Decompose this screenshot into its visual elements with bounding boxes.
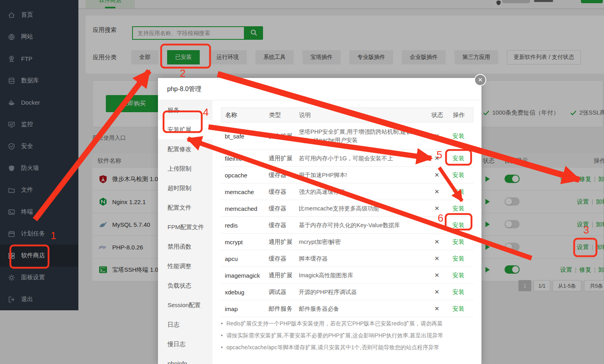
note-text: Redis扩展仅支持一个PHP版本安装使用，若在其它PHP版本已安装redis扩… xyxy=(226,320,443,327)
extension-type: 缓存器 xyxy=(269,221,286,229)
extension-name: xdebug xyxy=(225,288,244,295)
extension-row: fileinfo通用扩展若可用内存小于1G，可能会安装不上✕安装 xyxy=(221,150,473,167)
close-icon[interactable]: ✕ xyxy=(474,74,486,86)
dialog-menu-item[interactable]: 配置修改 xyxy=(158,139,212,159)
install-link[interactable]: 安装 xyxy=(452,271,464,279)
extension-column-header: 类型 xyxy=(269,111,281,119)
extension-name: imagemagick xyxy=(225,272,260,278)
extension-row: imagemagick通用扩展Imagick高性能图形库✕安装 xyxy=(221,267,473,284)
status-not-installed-icon: ✕ xyxy=(428,272,446,279)
extension-type: 邮件服务 xyxy=(269,305,292,312)
extension-type: 通用扩展 xyxy=(269,154,292,162)
install-link[interactable]: 安装 xyxy=(452,238,464,245)
dialog-title: php-8.0管理 xyxy=(167,85,201,93)
extension-description: Imagick高性能图形库 xyxy=(299,271,427,279)
install-link[interactable]: 安装 xyxy=(452,154,464,162)
dialog-menu-item[interactable]: 日志 xyxy=(158,315,212,334)
status-not-installed-icon: ✕ xyxy=(428,155,446,162)
note-item: •opcache/xcache/apc等脚本缓存扩展,请只安装其中1个,否则可能… xyxy=(221,344,468,351)
extension-notes: •Redis扩展仅支持一个PHP版本安装使用，若在其它PHP版本已安装redis… xyxy=(221,320,468,356)
extension-description: mcrypt加密/解密 xyxy=(299,237,427,246)
install-link[interactable]: 安装 xyxy=(452,204,464,212)
extension-name: redis xyxy=(225,222,238,228)
dialog-menu-item[interactable]: 性能调整 xyxy=(158,256,212,276)
dialog-header: php-8.0管理 xyxy=(158,78,481,100)
status-not-installed-icon: ✕ xyxy=(428,288,446,296)
dialog-menu-item[interactable]: phpinfo xyxy=(158,354,212,364)
extension-column-header: 名称 xyxy=(225,111,237,119)
status-not-installed-icon: ✕ xyxy=(428,188,446,195)
extension-row: xdebug调试器开源的PHP程序调试器✕安装 xyxy=(221,284,473,300)
note-item: •Redis扩展仅支持一个PHP版本安装使用，若在其它PHP版本已安装redis… xyxy=(221,320,468,327)
extension-name: fileinfo xyxy=(225,155,242,162)
bullet-icon: • xyxy=(221,344,226,351)
install-link[interactable]: 安装 xyxy=(452,188,464,195)
extension-description: 比memcache支持更多高级功能 xyxy=(299,204,427,212)
extension-type: 缓存器 xyxy=(269,255,286,262)
extension-type: 安全扩展 xyxy=(269,132,292,140)
extension-name: opcache xyxy=(225,171,247,178)
extension-row: apcu缓存器脚本缓存器✕安装 xyxy=(221,250,473,267)
extension-row: imap邮件服务邮件服务器必备✕安装 xyxy=(221,300,473,317)
extension-name: memcache xyxy=(225,188,254,195)
dialog-menu-item[interactable]: 服务 xyxy=(158,100,212,120)
extension-row: memcache缓存器强大的高速缓存器✕安装 xyxy=(221,183,473,200)
extension-description: 堡塔PHP安全扩展,用于增强防跨站机制,建议Nginx/Apache用户安装 xyxy=(299,128,427,144)
dialog-menu-item[interactable]: 安装扩展 xyxy=(158,120,212,139)
extension-type: 通用扩展 xyxy=(269,271,292,279)
extension-row: mcrypt通用扩展mcrypt加密/解密✕安装 xyxy=(221,234,473,250)
status-not-installed-icon: ✕ xyxy=(428,255,446,262)
dialog-menu-item[interactable]: 上传限制 xyxy=(158,159,212,178)
install-link[interactable]: 安装 xyxy=(452,305,464,312)
extension-type: 缓存器 xyxy=(269,188,286,195)
dialog-menu-item[interactable]: FPM配置文件 xyxy=(158,217,212,237)
extension-type: 缓存器 xyxy=(269,171,286,179)
extension-name: mcrypt xyxy=(225,238,243,245)
bullet-icon: • xyxy=(221,320,226,327)
install-link[interactable]: 安装 xyxy=(452,255,464,262)
dialog-menu-item[interactable]: 禁用函数 xyxy=(158,237,212,256)
dialog-menu: 服务安装扩展配置修改上传限制超时限制配置文件FPM配置文件禁用函数性能调整负载状… xyxy=(158,100,212,364)
status-not-installed-icon: ✕ xyxy=(428,222,446,229)
extension-description: 开源的PHP程序调试器 xyxy=(299,288,427,296)
dialog-menu-item[interactable]: Session配置 xyxy=(158,295,212,315)
install-link[interactable]: 安装 xyxy=(452,171,464,179)
bullet-icon: • xyxy=(221,332,226,339)
extension-description: 强大的高速缓存器 xyxy=(299,187,427,196)
status-not-installed-icon: ✕ xyxy=(428,238,446,245)
extension-column-header: 说明 xyxy=(299,111,427,119)
note-text: opcache/xcache/apc等脚本缓存扩展,请只安装其中1个,否则可能导… xyxy=(226,344,439,351)
extension-row: opcache缓存器用于加速PHP脚本!✕安装 xyxy=(221,167,473,183)
extension-type: 调试器 xyxy=(269,288,286,296)
extension-table-header: 名称类型说明状态操作 xyxy=(221,107,473,123)
install-link[interactable]: 安装 xyxy=(452,132,464,140)
extension-table: 名称类型说明状态操作 bt_safe安全扩展堡塔PHP安全扩展,用于增强防跨站机… xyxy=(221,107,473,317)
extension-name: bt_safe xyxy=(225,133,244,140)
extension-type: 缓存器 xyxy=(269,204,286,212)
install-link[interactable]: 安装 xyxy=(452,288,464,296)
extension-row: redis缓存器基于内存亦可持久化的Key-Value数据库✕安装 xyxy=(221,217,473,234)
extension-description: 脚本缓存器 xyxy=(299,254,427,263)
note-text: 请按实际需求安装扩展,不要安装不必要的PHP扩展,这会影响PHP执行效率,甚至出… xyxy=(226,332,443,339)
extension-row: bt_safe安全扩展堡塔PHP安全扩展,用于增强防跨站机制,建议Nginx/A… xyxy=(221,123,473,150)
extension-description: 用于加速PHP脚本! xyxy=(299,171,427,179)
dialog-menu-item[interactable]: 超时限制 xyxy=(158,178,212,198)
extension-name: memcached xyxy=(225,205,257,212)
extension-column-header: 操作 xyxy=(453,111,465,119)
status-not-installed-icon: ✕ xyxy=(428,305,446,312)
dialog-menu-item[interactable]: 配置文件 xyxy=(158,198,212,217)
extension-type: 通用扩展 xyxy=(269,238,292,245)
extension-row: memcached缓存器比memcache支持更多高级功能✕安装 xyxy=(221,200,473,217)
note-item: •请按实际需求安装扩展,不要安装不必要的PHP扩展,这会影响PHP执行效率,甚至… xyxy=(221,332,468,339)
extension-description: 邮件服务器必备 xyxy=(299,304,427,313)
extension-name: apcu xyxy=(225,255,238,262)
status-not-installed-icon: ✕ xyxy=(428,132,446,140)
extension-name: imap xyxy=(225,305,238,312)
extension-description: 若可用内存小于1G，可能会安装不上 xyxy=(299,154,427,162)
php-manage-dialog: php-8.0管理 ✕ 服务安装扩展配置修改上传限制超时限制配置文件FPM配置文… xyxy=(158,78,481,364)
extension-column-header: 状态 xyxy=(431,111,443,119)
install-link[interactable]: 安装 xyxy=(452,221,464,229)
dialog-menu-item[interactable]: 慢日志 xyxy=(158,334,212,354)
dialog-menu-item[interactable]: 负载状态 xyxy=(158,276,212,295)
status-not-installed-icon: ✕ xyxy=(428,171,446,179)
